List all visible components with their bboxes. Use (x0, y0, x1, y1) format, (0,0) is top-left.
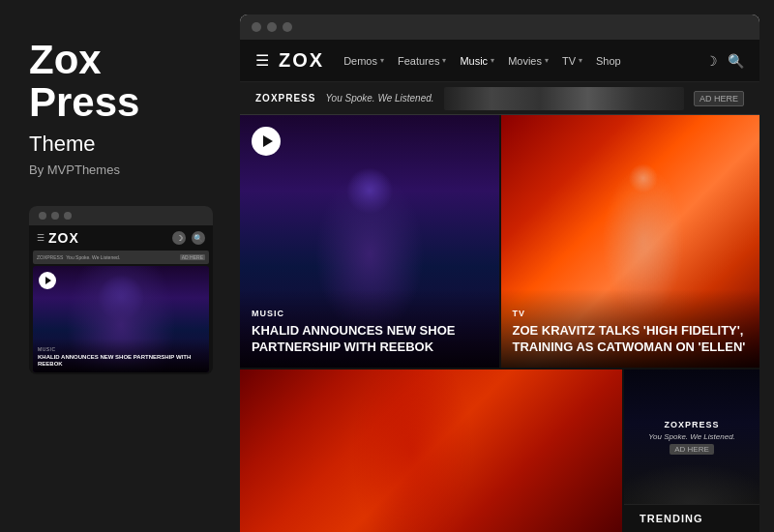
ad-label: AD HERE (670, 444, 714, 455)
mini-banner-logo: ZOXPRESS (37, 254, 63, 260)
article-card-zoe[interactable]: TV ZOE KRAVITZ TALKS 'HIGH FIDELITY', TR… (501, 115, 760, 368)
top-nav: ☰ ZOX Demos ▾ Features ▾ Music ▾ Movies … (240, 40, 759, 82)
khalid-card-title: KHALID ANNOUNCES NEW SHOE PARTNERSHIP WI… (252, 323, 488, 356)
search-button[interactable]: 🔍 (728, 53, 744, 69)
trending-bar: TRENDING (624, 504, 759, 532)
nav-links: Demos ▾ Features ▾ Music ▾ Movies ▾ TV (343, 55, 705, 67)
ad-logo: ZOXPRESS (664, 420, 719, 429)
browser-chrome-bar (240, 15, 759, 40)
nav-link-features[interactable]: Features ▾ (398, 55, 446, 67)
website-content: ☰ ZOX Demos ▾ Features ▾ Music ▾ Movies … (240, 40, 759, 532)
side-ad: ZOXPRESS You Spoke. We Listened. AD HERE… (624, 369, 759, 532)
zoe-card-title: ZOE KRAVITZ TALKS 'HIGH FIDELITY', TRAIN… (513, 323, 749, 356)
mini-article-overlay: MUSIC KHALID ANNOUNCES NEW SHOE PARTNERS… (33, 339, 209, 372)
article-card-khalid[interactable]: MUSIC KHALID ANNOUNCES NEW SHOE PARTNERS… (240, 115, 501, 368)
banner-ad-label: AD HERE (694, 91, 744, 106)
mini-logo: ZOX (48, 230, 79, 246)
nav-link-demos[interactable]: Demos ▾ (343, 55, 384, 67)
sidebar: Zox Press Theme By MVPThemes ☰ ZOX ☽ 🔍 (0, 0, 240, 532)
nav-link-shop[interactable]: Shop (596, 55, 621, 67)
mini-moon-icon: ☽ (172, 231, 186, 245)
sidebar-by: By MVPThemes (29, 163, 211, 177)
mini-browser-preview: ☰ ZOX ☽ 🔍 ZOXPRESS You Spoke. We Listene… (29, 206, 213, 374)
mini-search-icon: 🔍 (192, 231, 205, 245)
nav-link-movies[interactable]: Movies ▾ (508, 55, 549, 67)
mini-banner: ZOXPRESS You Spoke. We Listened. AD HERE (33, 251, 209, 264)
zoe-card-overlay: TV ZOE KRAVITZ TALKS 'HIGH FIDELITY', TR… (501, 289, 760, 368)
khalid-card-tag: MUSIC (252, 309, 488, 318)
demos-chevron: ▾ (380, 56, 384, 65)
mini-banner-tagline: You Spoke. We Listened. (66, 254, 120, 260)
features-chevron: ▾ (442, 56, 446, 65)
nav-link-tv[interactable]: TV ▾ (562, 55, 582, 67)
banner-image-strip (444, 87, 684, 110)
nav-link-music[interactable]: Music ▾ (460, 55, 494, 67)
tv-chevron: ▾ (579, 56, 582, 65)
ad-tagline: You Spoke. We Listened. (648, 432, 735, 441)
mini-article: MUSIC KHALID ANNOUNCES NEW SHOE PARTNERS… (33, 266, 209, 372)
chrome-dot-3 (283, 22, 292, 32)
mini-nav: ☰ ZOX ☽ 🔍 (29, 225, 213, 251)
sidebar-subtitle: Theme (29, 132, 211, 157)
zoe-card-tag: TV (513, 309, 749, 318)
music-chevron: ▾ (491, 56, 494, 65)
bottom-row: ZOXPRESS You Spoke. We Listened. AD HERE… (240, 368, 759, 532)
dark-mode-toggle[interactable]: ☽ (705, 53, 718, 69)
featured-grid: MUSIC KHALID ANNOUNCES NEW SHOE PARTNERS… (240, 115, 759, 368)
banner-logo: ZOXPRESS (255, 93, 315, 103)
mini-article-title: KHALID ANNOUNCES NEW SHOE PARTNERSHIP WI… (38, 354, 204, 368)
trending-label: TRENDING (640, 513, 702, 524)
mini-banner-ad: AD HERE (180, 254, 205, 260)
nav-right-icons: ☽ 🔍 (705, 53, 744, 69)
browser-mockup: ☰ ZOX Demos ▾ Features ▾ Music ▾ Movies … (240, 15, 759, 532)
ad-image: ZOXPRESS You Spoke. We Listened. AD HERE (624, 369, 759, 504)
hamburger-icon[interactable]: ☰ (255, 51, 269, 70)
article-card-fashion[interactable] (240, 369, 624, 532)
nav-logo[interactable]: ZOX (279, 49, 324, 72)
banner-tagline: You Spoke. We Listened. (325, 93, 433, 103)
chrome-dot-2 (267, 22, 277, 32)
mini-dot-3 (64, 212, 72, 220)
mini-browser-content: ☰ ZOX ☽ 🔍 ZOXPRESS You Spoke. We Listene… (29, 225, 213, 372)
play-button-khalid[interactable] (252, 127, 281, 156)
mini-dot-1 (39, 212, 46, 220)
mini-dot-2 (51, 212, 59, 220)
chrome-dot-1 (252, 22, 261, 32)
khalid-card-overlay: MUSIC KHALID ANNOUNCES NEW SHOE PARTNERS… (240, 289, 499, 368)
mini-browser-bar (29, 206, 213, 225)
sidebar-title: Zox Press (29, 39, 211, 124)
ad-banner: ZOXPRESS You Spoke. We Listened. AD HERE (240, 82, 759, 115)
movies-chevron: ▾ (545, 56, 549, 65)
ad-text-overlay: ZOXPRESS You Spoke. We Listened. AD HERE (648, 420, 735, 455)
content-area: MUSIC KHALID ANNOUNCES NEW SHOE PARTNERS… (240, 115, 759, 532)
mini-article-tag: MUSIC (38, 346, 204, 352)
mini-nav-icons: ☽ 🔍 (172, 231, 205, 245)
fashion-image (240, 369, 622, 532)
